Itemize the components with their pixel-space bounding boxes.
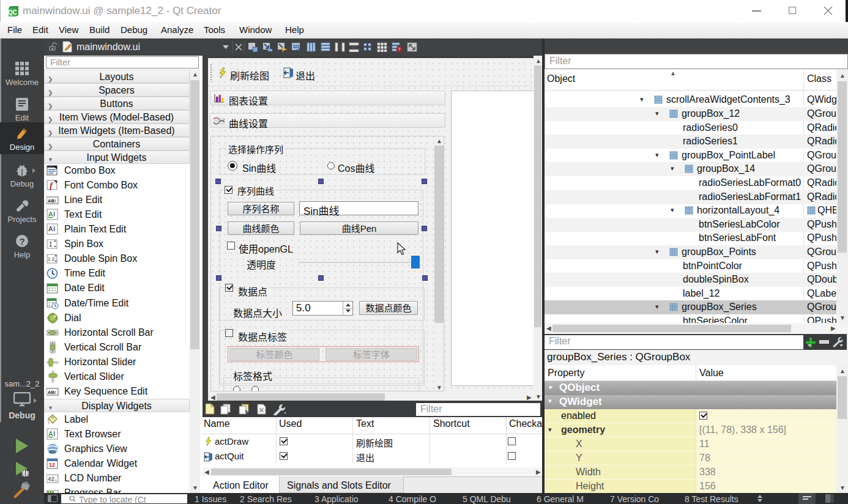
svg-text:123: 123 (293, 45, 300, 48)
svg-text:1.2: 1.2 (48, 256, 55, 262)
svg-text:I: I (53, 430, 55, 437)
svg-text:1: 1 (49, 241, 53, 248)
svg-text:12: 12 (49, 462, 55, 468)
svg-text:?: ? (398, 47, 401, 51)
svg-text:I: I (54, 198, 56, 204)
svg-text:AB: AB (48, 198, 54, 204)
svg-text:?: ? (19, 236, 24, 246)
svg-text:AB: AB (48, 390, 54, 395)
svg-text:A: A (48, 225, 53, 232)
svg-text:abc: abc (49, 450, 56, 454)
svg-text:I: I (53, 225, 55, 232)
svg-text:A: A (48, 210, 53, 218)
svg-text:I: I (54, 390, 56, 395)
svg-text:A: A (48, 430, 53, 437)
svg-text:I: I (53, 210, 55, 218)
svg-text:QC: QC (8, 9, 17, 16)
svg-text:42.: 42. (48, 476, 58, 483)
